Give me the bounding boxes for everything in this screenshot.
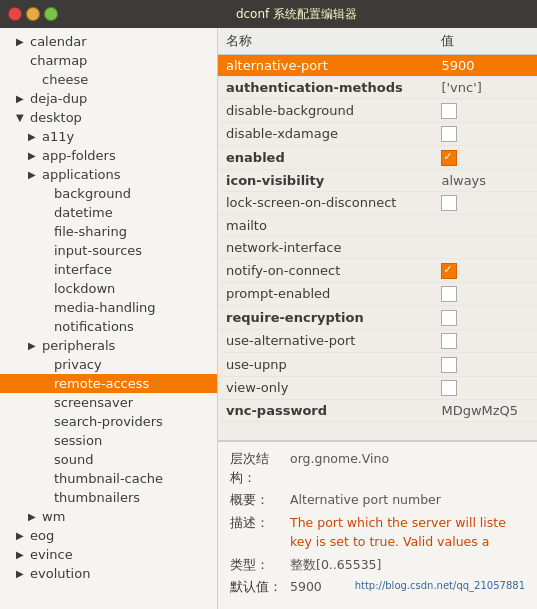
- sidebar-item-input-sources[interactable]: input-sources: [0, 241, 217, 260]
- path-value: org.gnome.Vino: [290, 450, 525, 488]
- config-checkbox[interactable]: [441, 357, 457, 373]
- default-value: 5900: [290, 578, 355, 597]
- config-value-cell[interactable]: [433, 122, 537, 146]
- config-value-cell[interactable]: [433, 259, 537, 283]
- config-value-cell[interactable]: [433, 329, 537, 353]
- config-checkbox[interactable]: [441, 333, 457, 349]
- config-checkbox[interactable]: [441, 103, 457, 119]
- config-table[interactable]: 名称 值 alternative-port5900authentication-…: [218, 28, 537, 441]
- config-name-cell: prompt-enabled: [218, 282, 433, 306]
- sidebar-item-label: lockdown: [54, 281, 115, 296]
- table-row[interactable]: enabled: [218, 146, 537, 170]
- sidebar-item-thumbnail-cache[interactable]: thumbnail-cache: [0, 469, 217, 488]
- sidebar-item-label: search-providers: [54, 414, 163, 429]
- sidebar-item-a11y[interactable]: ▶a11y: [0, 127, 217, 146]
- sidebar-item-calendar[interactable]: ▶calendar: [0, 32, 217, 51]
- table-row[interactable]: icon-visibilityalways: [218, 169, 537, 191]
- config-value-cell[interactable]: [433, 306, 537, 330]
- sidebar-item-label: privacy: [54, 357, 102, 372]
- sidebar-item-label: a11y: [42, 129, 74, 144]
- sidebar-item-wm[interactable]: ▶wm: [0, 507, 217, 526]
- minimize-button[interactable]: [26, 7, 40, 21]
- sidebar-item-peripherals[interactable]: ▶peripherals: [0, 336, 217, 355]
- titlebar: dconf 系统配置编辑器: [0, 0, 537, 28]
- config-checkbox[interactable]: [441, 126, 457, 142]
- config-checkbox[interactable]: [441, 195, 457, 211]
- table-row[interactable]: mailto: [218, 215, 537, 237]
- sidebar-item-cheese[interactable]: cheese: [0, 70, 217, 89]
- tree-arrow-icon: ▶: [16, 36, 26, 47]
- sidebar-item-label: background: [54, 186, 131, 201]
- table-row[interactable]: network-interface: [218, 237, 537, 259]
- sidebar-item-remote-access[interactable]: remote-access: [0, 374, 217, 393]
- window-title: dconf 系统配置编辑器: [64, 6, 529, 23]
- window-controls[interactable]: [8, 7, 58, 21]
- table-row[interactable]: lock-screen-on-disconnect: [218, 191, 537, 215]
- sidebar-item-lockdown[interactable]: lockdown: [0, 279, 217, 298]
- config-checkbox[interactable]: [441, 380, 457, 396]
- desc-row: 描述： The port which the server will liste…: [230, 514, 525, 552]
- table-row[interactable]: authentication-methods['vnc']: [218, 77, 537, 99]
- sidebar-item-applications[interactable]: ▶applications: [0, 165, 217, 184]
- config-name-cell: icon-visibility: [218, 169, 433, 191]
- tree-arrow-icon: ▼: [16, 112, 26, 123]
- sidebar-item-label: thumbnailers: [54, 490, 140, 505]
- sidebar-item-label: sound: [54, 452, 93, 467]
- config-name-cell: vnc-password: [218, 400, 433, 422]
- summary-label: 概要：: [230, 491, 290, 510]
- table-row[interactable]: require-encryption: [218, 306, 537, 330]
- sidebar-item-file-sharing[interactable]: file-sharing: [0, 222, 217, 241]
- table-row[interactable]: disable-xdamage: [218, 122, 537, 146]
- config-checkbox[interactable]: [441, 310, 457, 326]
- table-row[interactable]: alternative-port5900: [218, 55, 537, 77]
- sidebar-item-search-providers[interactable]: search-providers: [0, 412, 217, 431]
- config-value-cell[interactable]: [433, 146, 537, 170]
- config-checkbox[interactable]: [441, 150, 457, 166]
- table-row[interactable]: vnc-passwordMDgwMzQ5: [218, 400, 537, 422]
- sidebar-item-media-handling[interactable]: media-handling: [0, 298, 217, 317]
- tree-arrow-icon: ▶: [28, 131, 38, 142]
- table-row[interactable]: notify-on-connect: [218, 259, 537, 283]
- sidebar-item-charmap[interactable]: charmap: [0, 51, 217, 70]
- sidebar-item-app-folders[interactable]: ▶app-folders: [0, 146, 217, 165]
- table-row[interactable]: use-alternative-port: [218, 329, 537, 353]
- sidebar-item-label: calendar: [30, 34, 87, 49]
- sidebar-item-label: media-handling: [54, 300, 156, 315]
- sidebar-item-interface[interactable]: interface: [0, 260, 217, 279]
- config-name-cell: disable-xdamage: [218, 122, 433, 146]
- sidebar-item-notifications[interactable]: notifications: [0, 317, 217, 336]
- sidebar-item-deja-dup[interactable]: ▶deja-dup: [0, 89, 217, 108]
- config-name-cell: use-alternative-port: [218, 329, 433, 353]
- config-checkbox[interactable]: [441, 286, 457, 302]
- sidebar-item-evince[interactable]: ▶evince: [0, 545, 217, 564]
- config-value-cell[interactable]: [433, 282, 537, 306]
- close-button[interactable]: [8, 7, 22, 21]
- config-checkbox[interactable]: [441, 263, 457, 279]
- config-value-cell[interactable]: [433, 191, 537, 215]
- sidebar-item-label: evolution: [30, 566, 90, 581]
- config-name-cell: disable-background: [218, 99, 433, 123]
- table-row[interactable]: prompt-enabled: [218, 282, 537, 306]
- table-row[interactable]: disable-background: [218, 99, 537, 123]
- sidebar-item-screensaver[interactable]: screensaver: [0, 393, 217, 412]
- maximize-button[interactable]: [44, 7, 58, 21]
- config-name-cell: notify-on-connect: [218, 259, 433, 283]
- sidebar-item-privacy[interactable]: privacy: [0, 355, 217, 374]
- sidebar-item-label: evince: [30, 547, 73, 562]
- sidebar-item-eog[interactable]: ▶eog: [0, 526, 217, 545]
- sidebar-item-background[interactable]: background: [0, 184, 217, 203]
- config-value-cell[interactable]: [433, 376, 537, 400]
- sidebar[interactable]: ▶calendarcharmapcheese▶deja-dup▼desktop▶…: [0, 28, 218, 609]
- config-value-cell[interactable]: [433, 99, 537, 123]
- sidebar-item-sound[interactable]: sound: [0, 450, 217, 469]
- sidebar-item-label: app-folders: [42, 148, 116, 163]
- config-value-cell[interactable]: [433, 353, 537, 377]
- table-row[interactable]: view-only: [218, 376, 537, 400]
- sidebar-item-thumbnailers[interactable]: thumbnailers: [0, 488, 217, 507]
- main-container: ▶calendarcharmapcheese▶deja-dup▼desktop▶…: [0, 28, 537, 609]
- sidebar-item-evolution[interactable]: ▶evolution: [0, 564, 217, 583]
- sidebar-item-desktop[interactable]: ▼desktop: [0, 108, 217, 127]
- sidebar-item-session[interactable]: session: [0, 431, 217, 450]
- sidebar-item-datetime[interactable]: datetime: [0, 203, 217, 222]
- table-row[interactable]: use-upnp: [218, 353, 537, 377]
